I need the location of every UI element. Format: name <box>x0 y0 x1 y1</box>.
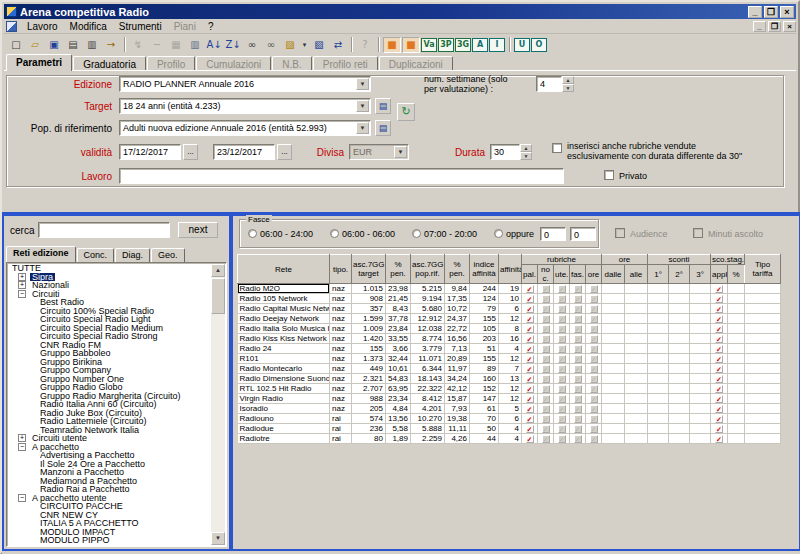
cell-sconto-2[interactable] <box>669 374 690 384</box>
pop-browse-button[interactable]: ▤ <box>375 120 391 136</box>
cell-pen-target[interactable]: 10,61 <box>386 364 411 374</box>
exit-icon[interactable]: → <box>102 37 120 53</box>
expand-plus-icon[interactable]: + <box>18 273 26 281</box>
cell-dalle[interactable] <box>602 434 625 444</box>
cell-sconto-2[interactable] <box>669 404 690 414</box>
checked-checkbox-icon[interactable]: ✓ <box>526 325 534 333</box>
left-tab-conc[interactable]: Conc. <box>77 248 115 262</box>
cell-tipo[interactable]: naz <box>330 354 352 364</box>
disabled-checkbox-icon[interactable]: ✓ <box>542 345 550 353</box>
cell-dalle[interactable] <box>602 294 625 304</box>
menu-lavoro[interactable]: Lavoro <box>21 20 64 33</box>
cell-asc-pop[interactable]: 12.912 <box>411 314 445 324</box>
cell-sconto-2[interactable] <box>669 314 690 324</box>
cell-sconto-3[interactable] <box>690 384 711 394</box>
cell-pen-pop[interactable]: 10,72 <box>445 304 470 314</box>
cell-dalle[interactable] <box>602 394 625 404</box>
cell-tipo[interactable]: rai <box>330 434 352 444</box>
spin-up-icon[interactable]: ▲ <box>520 144 532 152</box>
disabled-checkbox-icon[interactable]: ✓ <box>574 325 582 333</box>
cell-affinita[interactable]: 12 <box>499 394 522 404</box>
cell-pen-pop[interactable]: 34,24 <box>445 374 470 384</box>
cell-rete[interactable]: Radio M2O <box>238 284 330 294</box>
cell-alle[interactable] <box>625 344 648 354</box>
disabled-checkbox-icon[interactable]: ✓ <box>574 285 582 293</box>
cell-indice[interactable]: 147 <box>470 394 499 404</box>
cell-asc-pop[interactable]: 8.774 <box>411 334 445 344</box>
cell-sconto-3[interactable] <box>690 284 711 294</box>
chevron-down-icon[interactable]: ▼ <box>356 100 369 112</box>
checked-checkbox-icon[interactable]: ✓ <box>526 405 534 413</box>
badge-3p-icon[interactable]: 3P <box>438 38 454 52</box>
cell-tipo[interactable]: naz <box>330 384 352 394</box>
cell-pen-pop[interactable]: 11,11 <box>445 424 470 434</box>
cell-pen-target[interactable]: 63,95 <box>386 384 411 394</box>
checked-checkbox-icon[interactable]: ✓ <box>715 405 723 413</box>
checked-checkbox-icon[interactable]: ✓ <box>526 365 534 373</box>
sort-ascending-icon[interactable]: A↓ <box>205 37 223 53</box>
cell-tipo-tariffa[interactable] <box>745 304 781 314</box>
disabled-checkbox-icon[interactable]: ✓ <box>574 415 582 423</box>
cell-tipo[interactable]: rai <box>330 414 352 424</box>
cell-pen-target[interactable]: 5,58 <box>386 424 411 434</box>
target-combobox[interactable]: 18 24 anni (entità 4.233) ▼ <box>119 98 371 114</box>
cell-asc-pop[interactable]: 4.201 <box>411 404 445 414</box>
cell-asc-pop[interactable]: 8.412 <box>411 394 445 404</box>
cell-pen-pop[interactable]: 19,38 <box>445 414 470 424</box>
cell-tipo-tariffa[interactable] <box>745 424 781 434</box>
cell-indice[interactable]: 79 <box>470 304 499 314</box>
disabled-checkbox-icon[interactable]: ✓ <box>590 355 598 363</box>
cell-sconto-1[interactable] <box>648 284 669 294</box>
cell-dalle[interactable] <box>602 334 625 344</box>
cell-affinita[interactable]: 6 <box>499 414 522 424</box>
cell-affinita[interactable]: 13 <box>499 374 522 384</box>
cell-sconto-1[interactable] <box>648 344 669 354</box>
cell-alle[interactable] <box>625 434 648 444</box>
disabled-checkbox-icon[interactable]: ✓ <box>574 365 582 373</box>
checked-checkbox-icon[interactable]: ✓ <box>715 325 723 333</box>
cell-sconto-2[interactable] <box>669 324 690 334</box>
disabled-checkbox-icon[interactable]: ✓ <box>574 345 582 353</box>
cell-alle[interactable] <box>625 304 648 314</box>
cell-asc-pop[interactable]: 2.259 <box>411 434 445 444</box>
col-sconto-3[interactable]: 3° <box>690 265 711 284</box>
durata-input[interactable]: 30 <box>490 144 520 160</box>
cell-dalle[interactable] <box>602 314 625 324</box>
collapse-minus-icon[interactable]: − <box>18 290 26 298</box>
cell-alle[interactable] <box>625 284 648 294</box>
cell-affinita[interactable]: 4 <box>499 434 522 444</box>
chart-menu-caret-icon[interactable]: ▾ <box>300 37 309 53</box>
minimize-button[interactable]: _ <box>748 6 762 18</box>
cell-pen-pop[interactable]: 42,12 <box>445 384 470 394</box>
cell-rete[interactable]: Isoradio <box>238 404 330 414</box>
cell-dalle[interactable] <box>602 414 625 424</box>
cell-affinita[interactable]: 12 <box>499 314 522 324</box>
cell-tipo[interactable]: naz <box>330 374 352 384</box>
cell-sconto-3[interactable] <box>690 334 711 344</box>
cell-asc-target[interactable]: 1.009 <box>352 324 386 334</box>
cell-sconto-2[interactable] <box>669 344 690 354</box>
cell-alle[interactable] <box>625 394 648 404</box>
durata-stepper[interactable]: ▲ ▼ <box>520 144 532 160</box>
cell-tipo[interactable]: naz <box>330 314 352 324</box>
cell-affinita[interactable]: 6 <box>499 304 522 314</box>
rubriche-checkbox[interactable] <box>552 143 562 153</box>
cell-sconto-2[interactable] <box>669 364 690 374</box>
fascia-0700-2000-radio[interactable] <box>412 229 421 238</box>
target-browse-button[interactable]: ▤ <box>375 98 391 114</box>
cell-alle[interactable] <box>625 324 648 334</box>
cell-indice[interactable]: 155 <box>470 314 499 324</box>
checked-checkbox-icon[interactable]: ✓ <box>526 335 534 343</box>
disabled-checkbox-icon[interactable]: ✓ <box>590 405 598 413</box>
col-affinita[interactable]: affinità <box>499 255 522 284</box>
cube-solid-icon[interactable]: ■ <box>383 37 401 53</box>
cell-pen-pop[interactable]: 9,84 <box>445 284 470 294</box>
cell-asc-target[interactable]: 2.321 <box>352 374 386 384</box>
cell-tipo-tariffa[interactable] <box>745 294 781 304</box>
print-icon[interactable]: ▤ <box>64 37 82 53</box>
cell-indice[interactable]: 61 <box>470 404 499 414</box>
checked-checkbox-icon[interactable]: ✓ <box>715 355 723 363</box>
letter-u-icon[interactable]: U <box>514 38 530 52</box>
cell-sconto-2[interactable] <box>669 424 690 434</box>
mdi-close-button[interactable]: × <box>783 21 796 32</box>
